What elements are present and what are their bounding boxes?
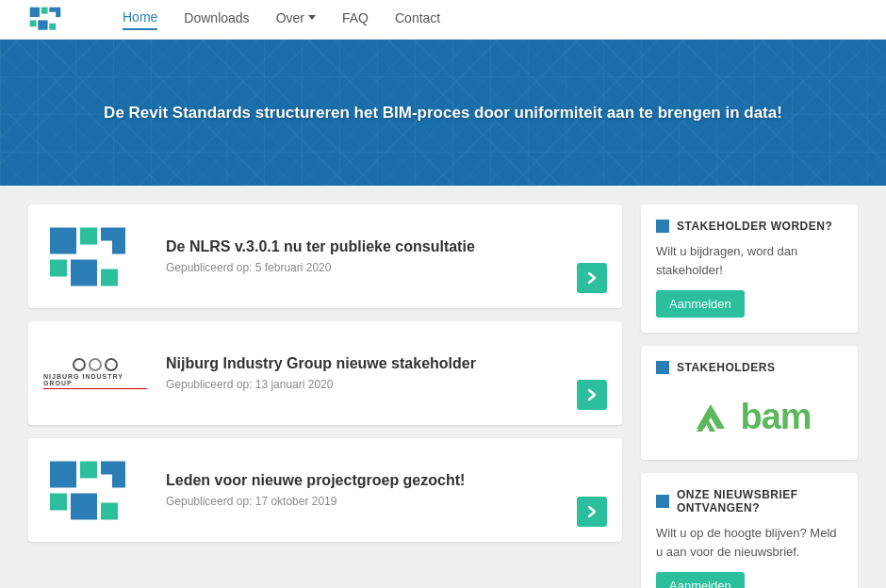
widget-aanmelden-button-1[interactable]: Aanmelden [656, 290, 745, 318]
hero-banner: De Revit Standards structureren het BIM-… [0, 40, 886, 186]
header: Home Downloads Over FAQ Contact [0, 0, 886, 40]
article-logo-3 [43, 457, 147, 523]
widget-stakeholder-worden-text: Wilt u bijdragen, word dan stakeholder! [656, 242, 843, 279]
article-date-2: Gepubliceerd op: 13 januari 2020 [166, 378, 607, 391]
widget-stakeholders: STAKEHOLDERS bam [641, 346, 858, 460]
main-content: De NLRS v.3.0.1 nu ter publieke consulta… [0, 186, 886, 588]
nav-contact[interactable]: Contact [395, 10, 440, 29]
svg-rect-1 [41, 7, 48, 13]
nav-home[interactable]: Home [123, 9, 157, 30]
svg-rect-7 [80, 228, 97, 245]
nav-faq[interactable]: FAQ [342, 10, 369, 29]
svg-rect-12 [50, 462, 76, 488]
nav-over-label: Over [276, 10, 304, 25]
article-logo-2: Nijburg Industry Group [43, 358, 147, 389]
svg-marker-2 [49, 7, 60, 16]
widget-nieuwsbrief-label: ONZE NIEUWSBRIEF ONTVANGEN? [677, 488, 843, 514]
nijburg-name: Nijburg Industry Group [43, 373, 147, 386]
nijburg-circles [73, 358, 118, 371]
svg-rect-15 [50, 494, 67, 511]
article-body-3: Leden voor nieuwe projectgroep gezocht! … [166, 472, 607, 508]
widget-nieuwsbrief: ONZE NIEUWSBRIEF ONTVANGEN? Wilt u op de… [641, 473, 858, 588]
svg-rect-3 [30, 20, 37, 26]
widget-aanmelden-button-2[interactable]: Aanmelden [656, 572, 745, 588]
nijburg-logo: Nijburg Industry Group [43, 358, 147, 389]
logo[interactable] [28, 6, 85, 34]
article-body-2: Nijburg Industry Group nieuwe stakeholde… [166, 355, 607, 391]
nijburg-underline [43, 388, 147, 389]
article-body-1: De NLRS v.3.0.1 nu ter publieke consulta… [166, 238, 607, 274]
nav-downloads[interactable]: Downloads [184, 10, 249, 29]
svg-rect-0 [30, 7, 40, 16]
svg-rect-17 [101, 503, 118, 520]
circle-3 [105, 358, 118, 371]
widget-stakeholder-worden-title: STAKEHOLDER WORDEN? [656, 220, 843, 233]
article-arrow-2[interactable] [577, 380, 607, 410]
article-arrow-1[interactable] [577, 263, 607, 293]
article-card-3: Leden voor nieuwe projectgroep gezocht! … [28, 438, 622, 542]
article-card-2: Nijburg Industry Group Nijburg Industry … [28, 321, 622, 425]
widget-stakeholder-worden: STAKEHOLDER WORDEN? Wilt u bijdragen, wo… [641, 204, 858, 333]
svg-rect-9 [50, 260, 67, 277]
widget-icon-1 [656, 220, 669, 233]
over-dropdown-icon [308, 15, 316, 20]
widget-stakeholder-worden-label: STAKEHOLDER WORDEN? [677, 220, 832, 233]
article-date-1: Gepubliceerd op: 5 februari 2020 [166, 261, 607, 274]
widget-nieuwsbrief-title: ONZE NIEUWSBRIEF ONTVANGEN? [656, 488, 843, 514]
widget-icon-2 [656, 361, 669, 374]
widget-icon-3 [656, 495, 669, 508]
svg-rect-6 [50, 228, 76, 254]
bam-text: bam [740, 397, 811, 437]
svg-rect-16 [71, 494, 97, 520]
article-logo-1 [43, 223, 147, 289]
bam-icon [687, 393, 734, 440]
widget-stakeholders-label: STAKEHOLDERS [677, 361, 775, 374]
svg-marker-14 [101, 462, 125, 488]
article-title-3: Leden voor nieuwe projectgroep gezocht! [166, 472, 607, 489]
svg-marker-8 [101, 228, 125, 254]
hero-text: De Revit Standards structureren het BIM-… [66, 104, 820, 122]
bam-logo-container: bam [656, 384, 843, 445]
svg-rect-11 [101, 270, 118, 286]
article-card-1: De NLRS v.3.0.1 nu ter publieke consulta… [28, 204, 622, 308]
widgets-column: STAKEHOLDER WORDEN? Wilt u bijdragen, wo… [641, 204, 858, 588]
article-title-2: Nijburg Industry Group nieuwe stakeholde… [166, 355, 607, 372]
widget-stakeholders-title: STAKEHOLDERS [656, 361, 843, 374]
widget-nieuwsbrief-text: Wilt u op de hoogte blijven? Meld u aan … [656, 524, 843, 561]
svg-rect-10 [71, 260, 97, 286]
main-nav: Home Downloads Over FAQ Contact [123, 9, 440, 30]
articles-column: De NLRS v.3.0.1 nu ter publieke consulta… [28, 204, 622, 588]
article-title-1: De NLRS v.3.0.1 nu ter publieke consulta… [166, 238, 607, 255]
nav-over[interactable]: Over [276, 10, 316, 29]
svg-rect-13 [80, 462, 97, 479]
svg-rect-4 [38, 20, 47, 29]
svg-rect-5 [49, 23, 56, 29]
article-arrow-3[interactable] [577, 497, 607, 527]
circle-2 [89, 358, 102, 371]
circle-1 [73, 358, 86, 371]
article-date-3: Gepubliceerd op: 17 oktober 2019 [166, 495, 607, 508]
